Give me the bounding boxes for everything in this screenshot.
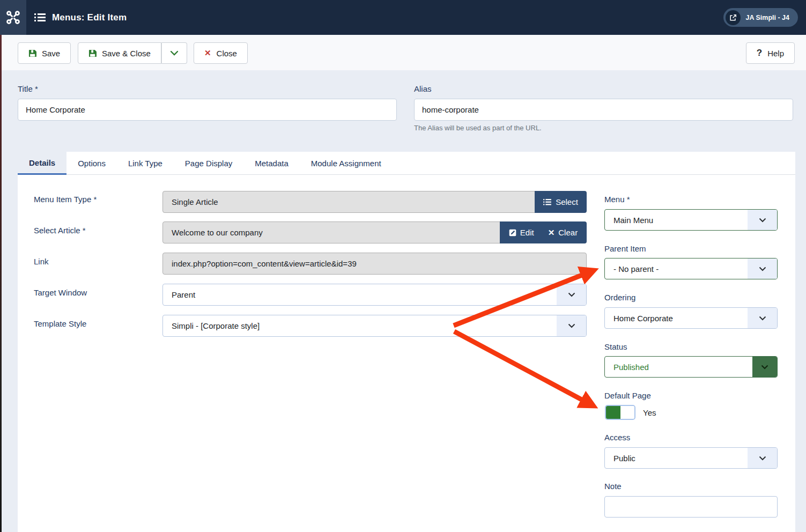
status-label: Status bbox=[604, 342, 627, 351]
close-button[interactable]: ✕ Close bbox=[194, 42, 248, 64]
alias-hint: The Alias will be used as part of the UR… bbox=[414, 124, 542, 132]
save-icon bbox=[88, 49, 97, 57]
clear-x-icon: ✕ bbox=[548, 228, 555, 238]
title-input[interactable] bbox=[18, 99, 397, 121]
edit-pencil-icon bbox=[509, 229, 516, 237]
link-label: Link bbox=[34, 257, 49, 266]
select-button-label: Select bbox=[556, 197, 578, 206]
status-value: Published bbox=[605, 363, 752, 372]
note-label: Note bbox=[604, 482, 622, 491]
chevron-down-icon bbox=[752, 357, 777, 377]
ordering-value: Home Corporate bbox=[605, 314, 748, 323]
chevron-down-icon bbox=[748, 308, 777, 328]
joomla-logo-icon bbox=[6, 10, 20, 25]
external-link-icon bbox=[726, 10, 741, 25]
chevron-down-icon bbox=[748, 258, 777, 279]
parent-item-select[interactable]: - No parent - bbox=[604, 258, 778, 279]
template-link-label: JA Simpli - J4 bbox=[745, 14, 789, 21]
ordering-label: Ordering bbox=[604, 293, 635, 302]
tab-details[interactable]: Details bbox=[18, 152, 66, 175]
tab-options[interactable]: Options bbox=[66, 152, 117, 175]
default-page-label: Default Page bbox=[604, 391, 651, 400]
note-input[interactable] bbox=[604, 496, 778, 518]
edit-button-label: Edit bbox=[520, 228, 534, 237]
question-mark-icon: ? bbox=[757, 48, 762, 58]
status-select[interactable]: Published bbox=[604, 356, 778, 378]
menu-select[interactable]: Main Menu bbox=[604, 209, 778, 231]
save-and-close-button[interactable]: Save & Close bbox=[78, 42, 161, 64]
close-x-icon: ✕ bbox=[204, 48, 211, 58]
joomla-admin-menus-edit-item: Menus: Edit Item JA Simpli - J4 Save Sav… bbox=[0, 0, 806, 532]
edit-article-button[interactable]: Edit bbox=[509, 228, 534, 237]
select-menu-item-type-button[interactable]: Select bbox=[535, 191, 587, 213]
save-icon bbox=[28, 49, 36, 57]
toolbar: Save Save & Close ✕ Close ? Help bbox=[2, 35, 806, 70]
clear-button-label: Clear bbox=[558, 228, 578, 237]
target-window-label: Target Window bbox=[34, 288, 87, 297]
menu-value: Main Menu bbox=[605, 216, 748, 225]
parent-item-label: Parent Item bbox=[604, 244, 646, 253]
save-button-label: Save bbox=[42, 49, 60, 58]
target-window-select[interactable]: Parent bbox=[162, 284, 587, 306]
alias-label: Alias bbox=[414, 84, 432, 93]
default-page-toggle[interactable] bbox=[605, 405, 635, 420]
template-preview-button[interactable]: JA Simpli - J4 bbox=[723, 8, 798, 27]
page-title: Menus: Edit Item bbox=[52, 12, 127, 23]
save-and-close-label: Save & Close bbox=[102, 49, 151, 58]
access-label: Access bbox=[604, 433, 630, 442]
clear-article-button[interactable]: ✕ Clear bbox=[548, 228, 578, 238]
menu-item-type-value: Single Article bbox=[162, 191, 538, 213]
close-button-label: Close bbox=[217, 49, 237, 58]
access-select[interactable]: Public bbox=[604, 447, 778, 469]
help-button[interactable]: ? Help bbox=[746, 42, 795, 64]
app-header: Menus: Edit Item JA Simpli - J4 bbox=[0, 0, 806, 35]
toggle-off-half bbox=[620, 406, 635, 419]
save-options-dropdown-button[interactable] bbox=[161, 42, 187, 64]
select-article-label: Select Article * bbox=[34, 226, 86, 235]
link-value: index.php?option=com_content&view=articl… bbox=[162, 253, 587, 275]
template-style-value: Simpli - [Corporate style] bbox=[163, 321, 557, 330]
parent-item-value: - No parent - bbox=[605, 264, 748, 274]
template-style-label: Template Style bbox=[34, 319, 86, 328]
access-value: Public bbox=[605, 454, 748, 463]
tab-bar: Details Options Link Type Page Display M… bbox=[18, 152, 795, 175]
tab-metadata[interactable]: Metadata bbox=[243, 152, 300, 175]
menu-list-icon bbox=[34, 13, 46, 22]
list-select-icon bbox=[543, 199, 551, 205]
joomla-logo-button[interactable] bbox=[0, 0, 26, 35]
target-window-value: Parent bbox=[163, 290, 557, 299]
chevron-down-icon bbox=[748, 210, 777, 230]
select-article-value: Welcome to our company bbox=[162, 221, 503, 243]
template-style-select[interactable]: Simpli - [Corporate style] bbox=[162, 315, 587, 337]
chevron-down-icon bbox=[557, 284, 586, 305]
chevron-down-icon bbox=[170, 50, 179, 56]
window-edge-strip bbox=[0, 35, 2, 532]
article-actions-group: Edit ✕ Clear bbox=[500, 221, 587, 243]
help-button-label: Help bbox=[767, 49, 784, 58]
ordering-select[interactable]: Home Corporate bbox=[604, 307, 778, 329]
title-label: Title * bbox=[18, 84, 38, 93]
tab-link-type[interactable]: Link Type bbox=[117, 152, 174, 175]
menu-label: Menu * bbox=[604, 195, 630, 204]
toggle-on-half bbox=[606, 406, 620, 419]
menu-item-type-label: Menu Item Type * bbox=[34, 195, 97, 204]
default-page-state: Yes bbox=[643, 408, 656, 417]
save-button[interactable]: Save bbox=[18, 42, 71, 64]
chevron-down-icon bbox=[748, 448, 777, 468]
chevron-down-icon bbox=[557, 315, 586, 336]
alias-input[interactable] bbox=[414, 99, 793, 121]
tab-page-display[interactable]: Page Display bbox=[174, 152, 243, 175]
tab-module-assignment[interactable]: Module Assignment bbox=[300, 152, 393, 175]
